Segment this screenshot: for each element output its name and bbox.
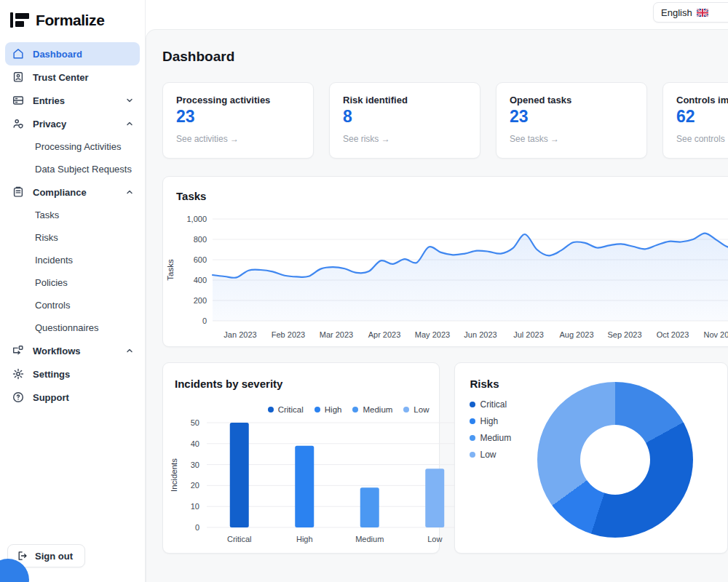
stat-value: 23: [176, 107, 300, 127]
tasks-chart-title: Tasks: [176, 190, 728, 202]
svg-text:High: High: [296, 535, 313, 543]
svg-text:Aug 2023: Aug 2023: [559, 330, 593, 339]
tasks-chart-card: Tasks 02004006008001,000TasksJan 2023Feb…: [162, 176, 728, 347]
svg-text:Feb 2023: Feb 2023: [272, 330, 305, 339]
svg-text:20: 20: [191, 481, 199, 490]
sidebar-item-compliance[interactable]: Compliance: [5, 180, 140, 204]
svg-text:Jan 2023: Jan 2023: [223, 330, 256, 339]
incidents-bar-chart: 01020304050IncidentsCriticalHighMediumLo…: [167, 418, 473, 553]
svg-text:40: 40: [191, 439, 199, 448]
svg-text:Critical: Critical: [227, 535, 252, 543]
svg-text:0: 0: [202, 316, 207, 325]
main-content: Dashboard Processing activities 23 See a…: [146, 29, 728, 582]
stat-cards-row: Processing activities 23 See activities …: [162, 82, 728, 159]
formalize-logo-icon: [10, 12, 29, 29]
sidebar-item-questionnaires[interactable]: Questionnaires: [5, 316, 140, 339]
sidebar-item-privacy[interactable]: Privacy: [5, 112, 140, 135]
see-controls-link[interactable]: See controls →: [676, 134, 728, 144]
language-label: English: [661, 7, 692, 18]
svg-text:30: 30: [191, 461, 199, 469]
risks-legend: CriticalHighMediumLow: [470, 399, 511, 460]
sidebar-item-workflows[interactable]: Workflows: [5, 339, 140, 362]
sidebar-item-incidents[interactable]: Incidents: [5, 249, 140, 271]
top-bar: English: [146, 0, 728, 29]
page-title: Dashboard: [162, 49, 728, 65]
sidebar-item-processing-activities[interactable]: Processing Activities: [5, 135, 140, 158]
svg-text:Sep 2023: Sep 2023: [607, 330, 641, 339]
svg-text:Jul 2023: Jul 2023: [513, 330, 544, 339]
svg-text:Medium: Medium: [355, 535, 384, 543]
stat-value: 62: [676, 107, 728, 127]
bottom-charts-row: Incidents by severity CriticalHighMedium…: [162, 362, 728, 554]
stat-value: 23: [510, 107, 633, 127]
sidebar-item-risks[interactable]: Risks: [5, 226, 140, 249]
legend-item-high: High: [314, 405, 342, 414]
rows-icon: [12, 94, 25, 107]
svg-text:Tasks: Tasks: [166, 259, 175, 281]
app-logo-text: Formalize: [36, 12, 104, 29]
home-icon: [12, 47, 25, 60]
language-selector[interactable]: English: [653, 2, 728, 23]
svg-text:Nov 2023: Nov 2023: [703, 330, 728, 339]
donut-hole: [580, 425, 650, 495]
stat-card-processing-activities: Processing activities 23 See activities …: [162, 82, 314, 159]
svg-text:Mar 2023: Mar 2023: [320, 330, 353, 339]
legend-dot-icon: [470, 452, 475, 458]
legend-dot-icon: [470, 435, 475, 441]
chevron-up-icon: [125, 346, 134, 355]
see-risks-link[interactable]: See risks →: [343, 134, 467, 144]
incidents-legend: CriticalHighMediumLow: [268, 405, 430, 414]
legend-dot-icon: [268, 407, 274, 412]
sidebar-item-dashboard[interactable]: Dashboard: [5, 42, 140, 65]
svg-text:Incidents: Incidents: [170, 458, 178, 492]
svg-text:600: 600: [194, 255, 207, 264]
svg-text:Jun 2023: Jun 2023: [464, 330, 496, 339]
legend-item-medium: Medium: [352, 405, 392, 414]
risks-donut-chart: [537, 382, 693, 538]
sidebar-nav: Dashboard Trust Center Entries Privacy P…: [0, 42, 145, 409]
help-icon: [12, 391, 25, 404]
svg-text:Low: Low: [427, 535, 442, 543]
svg-text:Apr 2023: Apr 2023: [368, 330, 401, 339]
tasks-line-chart: 02004006008001,000TasksJan 2023Feb 2023M…: [163, 212, 728, 344]
incidents-chart-title: Incidents by severity: [175, 378, 427, 390]
sidebar: Formalize Dashboard Trust Center Entries: [0, 0, 146, 582]
risks-chart-card: Risks CriticalHighMediumLow: [454, 362, 728, 554]
chevron-up-icon: [125, 119, 134, 128]
svg-text:1,000: 1,000: [186, 215, 207, 223]
sidebar-item-settings[interactable]: Settings: [5, 362, 140, 386]
sidebar-item-policies[interactable]: Policies: [5, 271, 140, 294]
legend-dot-icon: [403, 407, 409, 412]
legend-item-medium: Medium: [470, 433, 511, 443]
sidebar-item-data-subject-requests[interactable]: Data Subject Requests: [5, 158, 140, 180]
svg-text:400: 400: [194, 276, 207, 284]
legend-item-high: High: [470, 416, 511, 426]
legend-dot-icon: [470, 402, 475, 407]
sidebar-item-tasks[interactable]: Tasks: [5, 204, 140, 226]
id-badge-icon: [12, 71, 25, 84]
legend-item-critical: Critical: [470, 399, 511, 410]
sidebar-item-support[interactable]: Support: [5, 386, 140, 409]
sidebar-item-controls[interactable]: Controls: [5, 294, 140, 316]
sidebar-item-entries[interactable]: Entries: [5, 89, 140, 112]
gear-icon: [12, 367, 25, 380]
stat-value: 8: [343, 107, 467, 127]
clipboard-icon: [12, 186, 25, 199]
legend-item-low: Low: [403, 405, 429, 414]
svg-text:200: 200: [194, 296, 207, 305]
stat-card-opened-tasks: Opened tasks 23 See tasks →: [496, 82, 647, 159]
sign-out-icon: [17, 550, 28, 562]
stat-card-risk-identified: Risk identified 8 See risks →: [329, 82, 480, 159]
see-tasks-link[interactable]: See tasks →: [510, 134, 633, 144]
svg-text:0: 0: [195, 523, 199, 532]
legend-dot-icon: [470, 418, 475, 424]
sidebar-item-trust-center[interactable]: Trust Center: [5, 65, 140, 89]
legend-item-low: Low: [470, 450, 511, 460]
legend-dot-icon: [314, 407, 320, 412]
app-logo: Formalize: [0, 0, 145, 42]
legend-dot-icon: [352, 407, 358, 412]
legend-item-critical: Critical: [268, 405, 304, 414]
see-activities-link[interactable]: See activities →: [176, 134, 300, 144]
svg-text:May 2023: May 2023: [415, 330, 450, 339]
chevron-up-icon: [125, 188, 134, 196]
